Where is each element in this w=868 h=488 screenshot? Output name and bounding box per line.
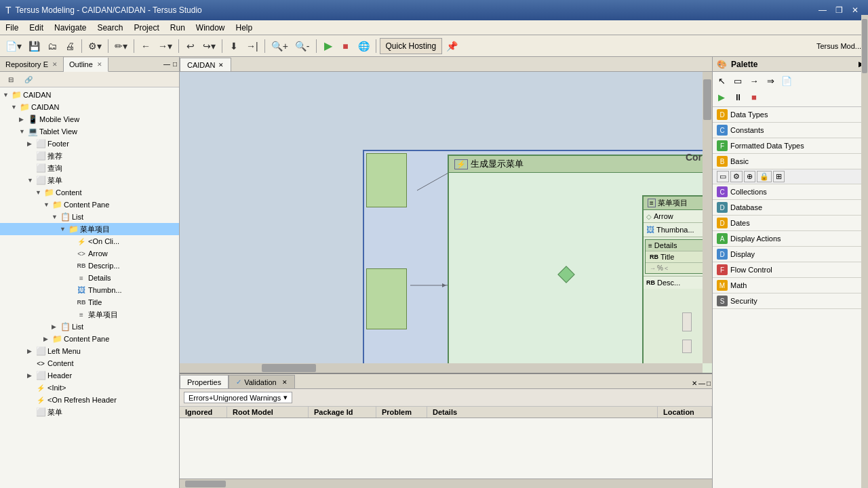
- tree-item-on-refresh[interactable]: ⚡ <On Refresh Header: [0, 394, 179, 406]
- collapse-all-button[interactable]: ⊟: [3, 73, 19, 85]
- tree-item-caidan-xiangmu[interactable]: ▼ 📁 菜单项目: [0, 223, 179, 235]
- menu-project[interactable]: Project: [128, 22, 164, 34]
- menu-edit[interactable]: Edit: [24, 22, 49, 34]
- palette-cat-data-types[interactable]: D Data Types: [713, 107, 868, 123]
- browser-button[interactable]: 🌐: [355, 38, 372, 54]
- zoom-in-button[interactable]: 🔍+: [269, 38, 291, 54]
- v-scrollbar[interactable]: [703, 72, 712, 363]
- palette-cat-basic[interactable]: B Basic: [713, 154, 868, 169]
- tree-item-mobile-view[interactable]: ▶ 📱 Mobile View: [0, 113, 179, 125]
- basic-tool-3[interactable]: ⊕: [744, 171, 755, 182]
- basic-tool-2[interactable]: ⚙: [730, 171, 743, 182]
- save-button[interactable]: 💾: [26, 38, 43, 54]
- tree-item-content-pane2[interactable]: ▶ 📁 Content Pane: [0, 333, 179, 345]
- palette-cat-display[interactable]: D Display: [713, 247, 868, 262]
- tree-item-onclick[interactable]: ⚡ <On Cli...: [0, 235, 179, 247]
- outline-tab-close[interactable]: ✕: [97, 61, 102, 68]
- palette-play-tool[interactable]: ▶: [714, 89, 729, 104]
- quick-hosting-button[interactable]: Quick Hosting: [380, 38, 443, 54]
- palette-select-rect-tool[interactable]: ▭: [730, 73, 745, 88]
- tree-item-arrow[interactable]: <> Arrow: [0, 247, 179, 260]
- tree-item-chaxun[interactable]: ⬜ 查询: [0, 162, 179, 174]
- tree-item-thumbnail[interactable]: 🖼 Thumbn...: [0, 284, 179, 296]
- new-button[interactable]: 📄▾: [3, 38, 24, 54]
- col-details[interactable]: Details: [427, 407, 658, 418]
- minimize-panel-icon[interactable]: —: [163, 60, 171, 68]
- menu-file[interactable]: File: [0, 22, 24, 34]
- col-location[interactable]: Location: [658, 407, 712, 418]
- tab-outline[interactable]: Outline ✕: [64, 58, 108, 72]
- bottom-h-scroll-thumb[interactable]: [185, 481, 226, 487]
- tree-item-description[interactable]: RB Descrip...: [0, 260, 179, 272]
- save-all-button[interactable]: 🗂: [44, 38, 60, 54]
- run-button[interactable]: ▶: [320, 38, 336, 54]
- close-button[interactable]: ✕: [848, 3, 863, 17]
- redo-button[interactable]: ↪▾: [200, 38, 218, 54]
- menu-navigate[interactable]: Navigate: [49, 22, 92, 34]
- tree-item-caidan-root[interactable]: ▼ 📁 CAIDAN: [0, 89, 179, 101]
- palette-cat-database[interactable]: D Database: [713, 200, 868, 216]
- editor-tab-caidan[interactable]: CAIDAN ✕: [180, 58, 231, 71]
- palette-cat-formatted-data[interactable]: F Formatted Data Types: [713, 138, 868, 154]
- stop-button[interactable]: ■: [338, 38, 354, 54]
- filter-dropdown[interactable]: Errors+Unignored Warnings ▾: [184, 392, 292, 403]
- move-back-button[interactable]: ←: [138, 38, 154, 54]
- menu-help[interactable]: Help: [231, 22, 258, 34]
- palette-select-tool[interactable]: ↖: [714, 73, 729, 88]
- palette-note-tool[interactable]: 📄: [779, 73, 794, 88]
- bottom-max-icon[interactable]: □: [707, 380, 711, 387]
- palette-cat-math[interactable]: M Math: [713, 278, 868, 293]
- refactor-button[interactable]: ✏▾: [112, 38, 130, 54]
- basic-tool-5[interactable]: ⊞: [773, 171, 785, 182]
- tree-item-list1[interactable]: ▼ 📋 List: [0, 211, 179, 223]
- tree-item-content-pane1[interactable]: ▼ 📁 Content Pane: [0, 199, 179, 211]
- tree-item-tuijian[interactable]: ⬜ 推荐: [0, 150, 179, 162]
- validation-tab-close[interactable]: ✕: [282, 379, 288, 386]
- outer-diagram-box[interactable]: ⚡ 生成显示菜单 □ ≡ 菜单项目 +: [448, 155, 712, 373]
- v-scrollbar-thumb[interactable]: [703, 79, 711, 120]
- step-over-button[interactable]: →|: [243, 38, 261, 54]
- basic-tool-1[interactable]: ▭: [717, 171, 729, 182]
- h-scrollbar[interactable]: [180, 363, 703, 373]
- tree-item-title[interactable]: RB Title: [0, 296, 179, 308]
- tree-item-caidan-xiangmu2[interactable]: ≡ 菜单项目: [0, 308, 179, 321]
- maximize-button[interactable]: ❐: [831, 3, 846, 17]
- tab-repository[interactable]: Repository E ✕: [0, 57, 64, 71]
- palette-cat-collections[interactable]: C Collections: [713, 184, 868, 200]
- undo-button[interactable]: ↩: [182, 38, 199, 54]
- tree-item-tablet-view[interactable]: ▼ 💻 Tablet View: [0, 125, 179, 138]
- tree-item-caidan2[interactable]: ▼ ⬜ 菜单: [0, 174, 179, 186]
- palette-pause-tool[interactable]: ⏸: [730, 89, 745, 104]
- inner-diagram-box[interactable]: ≡ 菜单项目 + ◇ Arrow 🖼: [642, 195, 712, 373]
- maximize-panel-icon[interactable]: □: [172, 60, 178, 68]
- tree-item-caidan[interactable]: ▼ 📁 CAIDAN: [0, 101, 179, 113]
- tree-item-init[interactable]: ⚡ <Init>: [0, 382, 179, 394]
- palette-arrow-tool[interactable]: →: [747, 73, 762, 88]
- menu-window[interactable]: Window: [191, 22, 231, 34]
- col-problem[interactable]: Problem: [376, 407, 427, 418]
- bottom-tab-properties[interactable]: Properties: [180, 375, 229, 388]
- minimize-button[interactable]: —: [815, 3, 830, 17]
- col-ignored[interactable]: Ignored: [180, 407, 227, 418]
- palette-cat-security[interactable]: S Security: [713, 293, 868, 309]
- palette-cat-flow-control[interactable]: F Flow Control: [713, 262, 868, 278]
- menu-search[interactable]: Search: [92, 22, 128, 34]
- menu-run[interactable]: Run: [165, 22, 191, 34]
- tree-item-details[interactable]: ≡ Details: [0, 272, 179, 284]
- palette-cat-display-actions[interactable]: A Display Actions: [713, 231, 868, 247]
- tree-item-footer[interactable]: ▶ ⬜ Footer: [0, 138, 179, 150]
- editor-tab-close[interactable]: ✕: [218, 62, 224, 68]
- canvas[interactable]: ⚡ 生成显示菜单 □ ≡ 菜单项目 +: [180, 72, 712, 373]
- bottom-tab-validation[interactable]: ✓ Validation ✕: [229, 375, 295, 388]
- palette-v-scroll-thumb[interactable]: [862, 19, 867, 73]
- repository-tab-close[interactable]: ✕: [52, 61, 58, 68]
- palette-stop-tool[interactable]: ■: [747, 89, 762, 104]
- tree-item-list2[interactable]: ▶ 📋 List: [0, 321, 179, 333]
- bottom-min-icon[interactable]: —: [698, 380, 705, 387]
- settings-button[interactable]: ⚙▾: [85, 38, 104, 54]
- palette-cat-constants[interactable]: C Constants: [713, 123, 868, 138]
- h-scrollbar-thumb[interactable]: [262, 364, 316, 372]
- zoom-out-button[interactable]: 🔍-: [292, 38, 313, 54]
- print-button[interactable]: 🖨: [62, 38, 78, 54]
- bottom-pin-icon[interactable]: ✕: [692, 380, 697, 387]
